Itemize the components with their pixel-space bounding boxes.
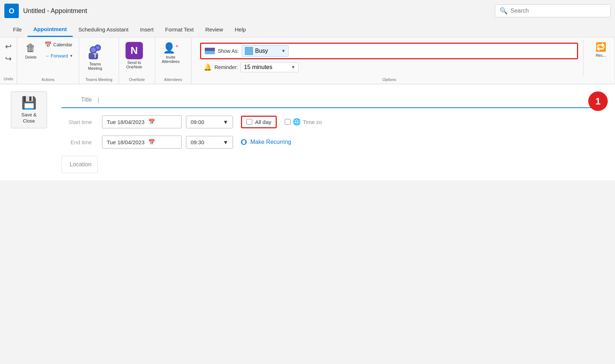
calendar-label: Calendar xyxy=(53,42,72,47)
start-time-label: Start time xyxy=(62,119,98,125)
timezone-checkbox[interactable] xyxy=(285,119,290,125)
recurrence-label: Rec... xyxy=(596,53,606,57)
make-recurring-icon xyxy=(240,138,247,146)
invite-attendees-button[interactable]: 👤+ InviteAttendees xyxy=(159,40,183,66)
onenote-icon: N xyxy=(126,42,143,59)
undo-group: ↩ ↪ Undo xyxy=(0,38,17,84)
options-content: Show As: Busy ▼ 🔔 Reminder: 15 minutes ▼ xyxy=(195,40,584,76)
attendees-icon: 👤+ xyxy=(163,42,178,54)
show-as-row: Show As: Busy ▼ xyxy=(200,43,578,59)
recurrence-group: 🔁 Rec... xyxy=(587,38,615,84)
make-recurring-label: Make Recurring xyxy=(250,139,291,145)
teams-group-label: Teams Meeting xyxy=(83,76,115,82)
globe-icon: 🌐 xyxy=(293,118,301,126)
search-input[interactable] xyxy=(510,8,597,14)
allday-checkbox[interactable] xyxy=(246,119,252,125)
save-close-button[interactable]: 💾 Save &Close xyxy=(11,91,47,128)
menu-appointment[interactable]: Appointment xyxy=(27,22,72,37)
title-label: Title xyxy=(62,97,98,103)
title-bar: O Untitled - Appointment 🔍 xyxy=(0,0,615,22)
allday-label: All day xyxy=(255,119,271,125)
calendar-icon: 📅 xyxy=(44,41,52,48)
attendees-label: InviteAttendees xyxy=(162,55,180,64)
search-box[interactable]: 🔍 xyxy=(495,4,611,17)
reminder-select[interactable]: 15 minutes ▼ xyxy=(241,62,298,72)
show-as-value: Busy xyxy=(255,48,268,54)
location-row: Location xyxy=(62,156,604,173)
menu-scheduling-assistant[interactable]: Scheduling Assistant xyxy=(73,23,134,36)
actions-secondary: 📅 Calendar → Forward ▼ xyxy=(42,40,75,60)
undo-icon[interactable]: ↩ xyxy=(4,40,13,53)
start-time-value: 09:00 xyxy=(191,119,204,125)
end-date-value: Tue 18/04/2023 xyxy=(107,139,145,145)
step-badge: 1 xyxy=(588,91,608,111)
svg-text:T: T xyxy=(93,53,97,59)
allday-section: All day xyxy=(241,116,277,128)
fields-area: Title | Start time Tue 18/04/2023 📅 09:0… xyxy=(62,91,604,173)
save-close-icon: 💾 xyxy=(21,95,37,110)
onenote-group: N Send toOneNote OneNote xyxy=(119,38,155,84)
recurrence-button[interactable]: 🔁 Rec... xyxy=(591,40,611,60)
menu-file[interactable]: File xyxy=(7,23,27,36)
teams-icon: T xyxy=(86,42,105,61)
outlook-logo: O xyxy=(4,4,19,18)
redo-icon[interactable]: ↪ xyxy=(4,53,13,65)
attendees-content: 👤+ InviteAttendees xyxy=(159,40,187,76)
svg-point-3 xyxy=(91,47,96,52)
start-date-picker[interactable]: Tue 18/04/2023 📅 xyxy=(102,115,182,128)
ribbon: ↩ ↪ Undo 🗑 Delete 📅 Calendar → Forward ▼ xyxy=(0,38,615,84)
attendees-group: 👤+ InviteAttendees Attendees xyxy=(155,38,191,84)
timezone-label: Time zo xyxy=(303,119,322,125)
reminder-label: Reminder: xyxy=(215,64,238,70)
search-icon: 🔍 xyxy=(500,7,508,15)
recurrence-icon: 🔁 xyxy=(595,42,606,52)
window-title: Untitled - Appointment xyxy=(23,7,491,15)
content-area: 1 💾 Save &Close Title | Start time Tue 1… xyxy=(0,84,615,180)
title-input[interactable] xyxy=(102,95,604,104)
start-date-value: Tue 18/04/2023 xyxy=(107,119,145,125)
actions-content: 🗑 Delete 📅 Calendar → Forward ▼ xyxy=(21,40,75,76)
undo-label: Undo xyxy=(4,75,13,81)
options-label: Options xyxy=(195,76,584,82)
end-calendar-icon: 📅 xyxy=(148,139,155,145)
menu-bar: File Appointment Scheduling Assistant In… xyxy=(0,22,615,38)
show-as-label: Show As: xyxy=(218,48,239,54)
location-label: Location xyxy=(62,156,98,173)
menu-help[interactable]: Help xyxy=(229,23,252,36)
calendar-button[interactable]: 📅 Calendar xyxy=(42,40,75,50)
start-calendar-icon: 📅 xyxy=(148,119,155,125)
make-recurring-button[interactable]: Make Recurring xyxy=(237,137,294,147)
attendees-group-label: Attendees xyxy=(159,76,187,82)
actions-group: 🗑 Delete 📅 Calendar → Forward ▼ Actions xyxy=(17,38,79,84)
start-time-picker[interactable]: 09:00 ▼ xyxy=(186,116,233,128)
delete-icon: 🗑 xyxy=(26,42,36,54)
onenote-button[interactable]: N Send toOneNote xyxy=(123,40,146,71)
show-as-icon xyxy=(205,48,215,54)
delete-button[interactable]: 🗑 Delete xyxy=(21,40,41,61)
forward-button[interactable]: → Forward ▼ xyxy=(42,52,75,60)
title-row: Title | xyxy=(62,95,604,108)
reminder-icon: 🔔 xyxy=(204,63,212,71)
timezone-section: 🌐 Time zo xyxy=(285,118,322,126)
reminder-dropdown-arrow: ▼ xyxy=(291,65,296,70)
start-time-dropdown-arrow: ▼ xyxy=(223,119,228,125)
end-date-picker[interactable]: Tue 18/04/2023 📅 xyxy=(102,136,182,149)
forward-dropdown-arrow: ▼ xyxy=(69,54,73,58)
delete-label: Delete xyxy=(25,55,37,59)
start-time-row: Start time Tue 18/04/2023 📅 09:00 ▼ All … xyxy=(62,115,604,128)
menu-format-text[interactable]: Format Text xyxy=(160,23,200,36)
reminder-row: 🔔 Reminder: 15 minutes ▼ xyxy=(200,61,578,73)
teams-content: T TeamsMeeting xyxy=(83,40,115,76)
forward-label: Forward xyxy=(51,53,68,59)
teams-label: TeamsMeeting xyxy=(88,62,102,70)
menu-review[interactable]: Review xyxy=(200,23,229,36)
menu-insert[interactable]: Insert xyxy=(134,23,160,36)
end-time-picker[interactable]: 09:30 ▼ xyxy=(186,136,233,149)
title-cursor: | xyxy=(98,96,99,104)
show-as-select[interactable]: Busy ▼ xyxy=(242,45,289,57)
actions-label: Actions xyxy=(21,76,75,82)
busy-indicator xyxy=(245,47,253,55)
end-time-label: End time xyxy=(62,139,98,145)
onenote-label: Send toOneNote xyxy=(126,60,142,69)
teams-meeting-button[interactable]: T TeamsMeeting xyxy=(83,40,107,73)
